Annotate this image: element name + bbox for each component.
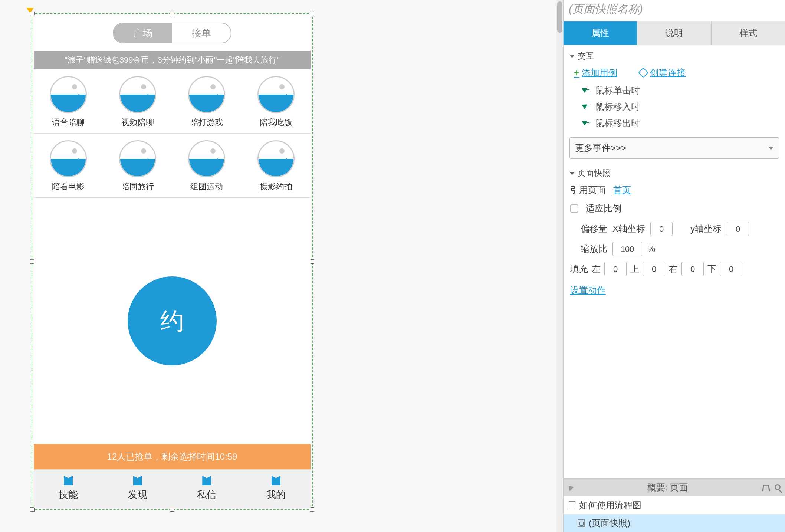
design-canvas[interactable]: 广场 接单 "浪子"赠送钱包399金币，3分钟约到"小丽"一起"陪我去旅行" 语… (0, 0, 556, 532)
segment-plaza[interactable]: 广场 (114, 23, 172, 43)
placeholder-image-icon (257, 140, 295, 177)
add-case-link[interactable]: + 添加用例 (574, 67, 617, 79)
filter-icon[interactable] (762, 485, 770, 491)
pad-top-label: 上 (630, 263, 639, 275)
category-label: 陪看电影 (52, 181, 85, 192)
event-onclick[interactable]: 鼠标单击时 (583, 82, 779, 99)
scrollbar-thumb[interactable] (557, 1, 562, 33)
outline-item-label: 如何使用流程图 (579, 499, 641, 511)
scale-input[interactable]: 100 (612, 242, 642, 256)
tab-discover[interactable]: 发现 (103, 470, 173, 508)
selection-bounding-box[interactable]: 广场 接单 "浪子"赠送钱包399金币，3分钟约到"小丽"一起"陪我去旅行" 语… (32, 13, 313, 510)
tab-properties[interactable]: 属性 (564, 21, 637, 45)
set-action-link[interactable]: 设置动作 (570, 284, 778, 296)
padding-label: 填充 (570, 263, 588, 275)
canvas-vertical-scrollbar[interactable] (556, 0, 563, 532)
tab-icon (272, 475, 280, 485)
tab-style[interactable]: 样式 (712, 21, 785, 45)
section-header-snapshot[interactable]: 页面快照 (569, 168, 779, 179)
snapshot-section: 页面快照 引用页面 首页 适应比例 偏移量 X轴坐标 0 y轴坐标 0 缩放比 … (564, 162, 785, 303)
placeholder-image-icon (119, 140, 156, 177)
outline-item-flowchart-guide[interactable]: 如何使用流程图 (564, 496, 785, 514)
pad-top-input[interactable]: 0 (643, 262, 665, 276)
ref-page-label: 引用页面 (570, 184, 606, 196)
event-onmouseenter[interactable]: 鼠标移入时 (583, 99, 779, 115)
tab-skills[interactable]: 技能 (34, 470, 103, 508)
segmented-control[interactable]: 广场 接单 (113, 23, 231, 43)
ref-page-link[interactable]: 首页 (613, 184, 631, 196)
more-events-label: 更多事件>>> (575, 142, 626, 154)
offset-y-input[interactable]: 0 (727, 222, 749, 236)
search-icon[interactable] (775, 484, 781, 490)
snapshot-icon: ▢ (578, 519, 585, 527)
segment-orders[interactable]: 接单 (172, 23, 231, 43)
placeholder-image-icon (119, 76, 156, 113)
pad-left-label: 左 (592, 263, 601, 275)
inspector-panel: (页面快照名称) 属性 说明 样式 交互 + 添加用例 创建连接 鼠标单击时 (563, 0, 785, 532)
event-label: 鼠标单击时 (595, 85, 640, 96)
add-case-label: 添加用例 (582, 67, 617, 79)
fit-ratio-label: 适应比例 (586, 203, 621, 214)
pad-right-input[interactable]: 0 (681, 262, 704, 276)
section-title: 交互 (578, 50, 594, 62)
category-eat-together[interactable]: 陪我吃饭 (242, 69, 311, 133)
category-label: 陪我吃饭 (260, 117, 292, 128)
category-grid-row-2: 陪看电影 陪同旅行 组团运动 摄影约拍 (34, 134, 311, 198)
status-countdown-bar: 12人已抢单，剩余选择时间10:59 (34, 444, 311, 469)
chevron-down-icon (569, 172, 575, 175)
create-link[interactable]: 创建连接 (640, 67, 686, 79)
tab-notes[interactable]: 说明 (637, 21, 711, 45)
outline-panel: 概要: 页面 如何使用流程图 ▢ (页面快照) (564, 478, 785, 532)
page-icon (569, 501, 575, 509)
section-header-interactions[interactable]: 交互 (569, 50, 779, 62)
bottom-tab-bar: 技能 发现 私信 我的 (34, 469, 311, 508)
category-watch-movie[interactable]: 陪看电影 (34, 134, 103, 197)
tab-mine[interactable]: 我的 (242, 470, 311, 508)
category-photo[interactable]: 摄影约拍 (242, 134, 311, 197)
pad-bottom-label: 下 (707, 263, 716, 275)
offset-x-input[interactable]: 0 (650, 222, 673, 236)
widget-name-field[interactable]: (页面快照名称) (564, 0, 785, 21)
outline-tree: 如何使用流程图 ▢ (页面快照) (564, 496, 785, 532)
scale-unit: % (647, 244, 655, 254)
category-label: 陪打游戏 (190, 117, 223, 128)
category-voice-chat[interactable]: 语音陪聊 (34, 69, 103, 133)
chevron-down-icon (569, 55, 575, 58)
category-label: 摄影约拍 (260, 181, 292, 192)
tab-label: 发现 (128, 488, 147, 501)
category-label: 组团运动 (190, 181, 223, 192)
cursor-icon (583, 86, 591, 95)
pad-bottom-input[interactable]: 0 (720, 262, 742, 276)
category-play-games[interactable]: 陪打游戏 (172, 69, 242, 133)
announcement-ticker: "浪子"赠送钱包399金币，3分钟约到"小丽"一起"陪我去旅行" (34, 51, 311, 69)
category-label: 视频陪聊 (121, 117, 154, 128)
event-label: 鼠标移出时 (595, 117, 640, 129)
primary-action-button[interactable]: 约 (128, 276, 217, 365)
category-label: 陪同旅行 (121, 181, 154, 192)
y-axis-label: y轴坐标 (690, 223, 722, 235)
mobile-mockup: 广场 接单 "浪子"赠送钱包399金币，3分钟约到"小丽"一起"陪我去旅行" 语… (34, 15, 311, 508)
outline-title: 概要: 页面 (572, 482, 763, 493)
section-title: 页面快照 (578, 168, 610, 179)
tab-label: 私信 (197, 488, 216, 501)
outline-item-snapshot[interactable]: ▢ (页面快照) (564, 514, 785, 532)
scale-label: 缩放比 (581, 243, 607, 255)
event-onmouseleave[interactable]: 鼠标移出时 (583, 115, 779, 131)
inspector-tabs: 属性 说明 样式 (564, 21, 785, 45)
event-list: 鼠标单击时 鼠标移入时 鼠标移出时 (569, 82, 779, 131)
fit-ratio-checkbox[interactable] (570, 204, 578, 213)
pad-left-input[interactable]: 0 (604, 262, 627, 276)
category-sports[interactable]: 组团运动 (172, 134, 242, 197)
category-travel[interactable]: 陪同旅行 (103, 134, 173, 197)
placeholder-image-icon (257, 76, 295, 113)
event-label: 鼠标移入时 (595, 101, 640, 113)
cursor-icon (583, 103, 591, 111)
create-link-label: 创建连接 (650, 67, 686, 79)
tab-icon (133, 475, 142, 485)
tab-icon (202, 475, 211, 485)
tab-messages[interactable]: 私信 (172, 470, 242, 508)
category-video-chat[interactable]: 视频陪聊 (103, 69, 173, 133)
outline-item-label: (页面快照) (589, 517, 630, 529)
link-icon (638, 68, 648, 78)
more-events-dropdown[interactable]: 更多事件>>> (569, 137, 779, 159)
